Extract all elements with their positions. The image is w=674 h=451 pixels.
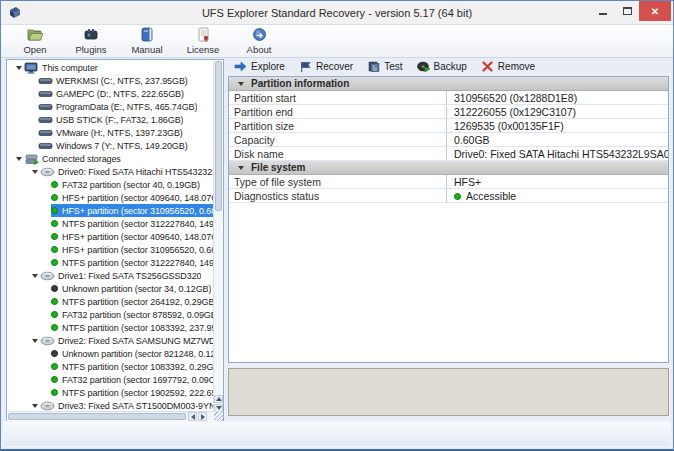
storage-tree: This computer WERKMSI (C:, NTFS, 237.95G… [8,61,213,411]
tree-item-partition[interactable]: FAT32 partition (sector 878592, 0.09GB) [8,308,213,321]
tree-item-partition-selected[interactable]: HFS+ partition (sector 310956520, 0.60GB… [8,204,213,217]
tree-item-partition[interactable]: NTFS partition (sector 1083392, 0.29GB) [8,360,213,373]
tree-item-volume[interactable]: VMware (H:, NTFS, 1397.23GB) [8,126,213,139]
backup-button[interactable]: Backup [415,61,475,72]
arrow-down-icon [216,406,222,410]
status-dot-accessible [51,246,58,253]
tree-item-volume[interactable]: WERKMSI (C:, NTFS, 237.95GB) [8,74,213,87]
plugins-icon [83,27,100,42]
license-button[interactable]: License [175,25,231,57]
about-button[interactable]: About [231,25,287,57]
tree-item-partition[interactable]: NTFS partition (sector 312227840, 149.20… [8,217,213,230]
status-dot-unknown [51,350,58,357]
property-value: HFS+ [447,175,668,188]
main-toolbar: Open Plugins Manual [1,24,673,58]
manual-button-label: Manual [131,44,162,55]
close-button[interactable]: ✕ [639,1,671,21]
expander-icon[interactable] [13,157,24,161]
preview-area [228,368,669,416]
scrollbar-thumb[interactable] [8,413,186,420]
status-dot-accessible [51,363,58,370]
section-header-file-system[interactable]: File system [229,161,668,175]
test-button-label: Test [384,61,402,72]
property-row: Partition end 312226055 (0x129C3107) [229,105,668,119]
tree-item-volume[interactable]: GAMEPC (D:, NTFS, 222.65GB) [8,87,213,100]
minimize-button[interactable] [591,1,615,21]
tree-item-partition[interactable]: NTFS partition (sector 312227840, 149.20… [8,256,213,269]
property-row: Capacity 0.60GB [229,133,668,147]
scrollbar-thumb[interactable] [215,61,222,211]
tree-item-drive1[interactable]: Drive1: Fixed SATA TS256GSSD320 [8,269,213,282]
status-dot-accessible [51,389,58,396]
tree-item-volume[interactable]: Windows 7 (Y:, NTFS, 149.20GB) [8,139,213,152]
property-value: 310956520 (0x1288D1E8) [447,91,668,104]
tree-item-drive2[interactable]: Drive2: Fixed SATA SAMSUNG MZ7WD240HAFV-… [8,334,213,347]
tree-item-volume[interactable]: USB STICK (F:, FAT32, 1.86GB) [8,113,213,126]
volume-drive-icon [38,114,53,126]
collapse-icon [238,166,244,170]
tree-item-partition[interactable]: HFS+ partition (sector 409640, 148.07GB) [8,191,213,204]
tree-item-drive0[interactable]: Drive0: Fixed SATA Hitachi HTS543232L9SA… [8,165,213,178]
plugins-button[interactable]: Plugins [63,25,119,57]
backup-disc-icon [417,61,430,72]
tree-item-partition[interactable]: Unknown partition (sector 821248, 0.12GB… [8,347,213,360]
explore-button[interactable]: Explore [232,61,293,72]
tree-item-label: NTFS partition (sector 1902592, 222.65GB… [62,388,213,398]
open-button[interactable]: Open [7,25,63,57]
tree-item-partition[interactable]: NTFS partition (sector 1902592, 222.65GB… [8,386,213,399]
section-header-partition-information[interactable]: Partition information [229,77,668,91]
tree-item-partition[interactable]: FAT32 partition (sector 40, 0.19GB) [8,178,213,191]
plugins-button-label: Plugins [75,44,106,55]
tree-item-partition[interactable]: FAT32 partition (sector 1697792, 0.09GB) [8,373,213,386]
remove-button[interactable]: Remove [479,61,543,72]
maximize-button[interactable] [615,1,639,21]
test-stack-icon [367,61,380,72]
expander-icon[interactable] [29,404,40,408]
tree-item-label: FAT32 partition (sector 1697792, 0.09GB) [62,375,213,385]
disk-icon [40,335,55,347]
status-dot-accessible [51,194,58,201]
tree-item-label: HFS+ partition (sector 310956520, 0.60GB… [62,245,213,255]
tree-item-partition[interactable]: NTFS partition (sector 1083392, 237.95GB… [8,321,213,334]
property-value: 312226055 (0x129C3107) [447,105,668,118]
expander-icon[interactable] [29,339,40,343]
tree-item-label: Drive2: Fixed SATA SAMSUNG MZ7WD240HAFV-… [58,336,213,346]
minimize-icon [599,13,607,15]
tree-item-partition[interactable]: Unknown partition (sector 34, 0.12GB) [8,282,213,295]
tree-item-partition[interactable]: HFS+ partition (sector 409640, 148.07GB) [8,230,213,243]
recover-button[interactable]: Recover [297,61,361,72]
scroll-up-button[interactable] [214,395,223,403]
tree-item-label: NTFS partition (sector 312227840, 149.20… [62,219,213,229]
tree-item-partition[interactable]: NTFS partition (sector 264192, 0.29GB) [8,295,213,308]
tree-item-drive3[interactable]: Drive3: Fixed SATA ST1500DM003-9YN16G [8,399,213,411]
scroll-left-button[interactable] [188,412,197,421]
maximize-icon [623,7,632,15]
scroll-right-button[interactable] [198,412,207,421]
resize-grip[interactable] [214,412,223,421]
tree-item-this-computer[interactable]: This computer [8,61,213,74]
manual-button[interactable]: Manual [119,25,175,57]
tree-item-label: NTFS partition (sector 264192, 0.29GB) [62,297,213,307]
tree-item-partition[interactable]: HFS+ partition (sector 310956520, 0.60GB… [8,243,213,256]
test-button[interactable]: Test [365,61,410,72]
explore-button-label: Explore [251,61,285,72]
property-value: Drive0: Fixed SATA Hitachi HTS543232L9SA… [447,147,668,160]
status-dot-accessible [51,259,58,266]
expander-icon[interactable] [29,170,40,174]
tree-item-label: HFS+ partition (sector 409640, 148.07GB) [62,193,213,203]
tree-item-label: Drive3: Fixed SATA ST1500DM003-9YN16G [58,401,213,411]
volume-drive-icon [38,140,53,152]
property-label: Type of file system [229,175,447,188]
status-dot-accessible [51,311,58,318]
expander-icon[interactable] [29,274,40,278]
tree-item-volume[interactable]: ProgramData (E:, NTFS, 465.74GB) [8,100,213,113]
tree-item-label: Unknown partition (sector 34, 0.12GB) [62,284,211,294]
property-row: Diagnostics status Accessible [229,189,668,203]
tree-item-label: Drive0: Fixed SATA Hitachi HTS543232L9SA… [58,167,213,177]
expander-icon[interactable] [13,66,24,70]
tree-item-connected-storages[interactable]: Connected storages [8,152,213,165]
title-bar: UFS Explorer Standard Recovery - version… [1,1,673,24]
tree-vertical-scrollbar[interactable] [213,61,222,411]
section-title: Partition information [251,78,349,89]
window-controls: ✕ [591,1,671,21]
